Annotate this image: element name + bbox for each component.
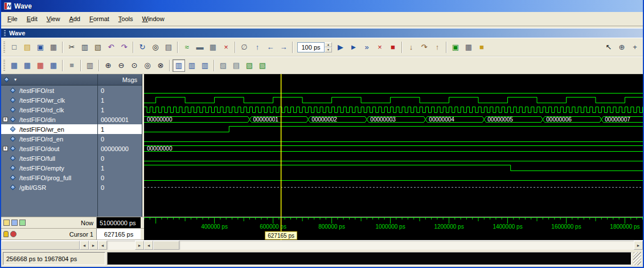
signal-name-row[interactable]: /testFIFO/full: [1, 153, 97, 163]
timeline-canvas[interactable]: 400000 ps600000 ps800000 ps1000000 ps120…: [144, 217, 643, 240]
insert-cursor-button[interactable]: ≡: [65, 59, 78, 72]
run-length-down-button[interactable]: ▼: [325, 47, 332, 52]
signal-value-row[interactable]: 00000001: [98, 115, 142, 124]
names-column-header[interactable]: ▾: [1, 74, 97, 86]
signals-icon[interactable]: [19, 220, 26, 226]
layout-button[interactable]: ▦: [47, 59, 60, 72]
wave-scrollbar-track[interactable]: [179, 241, 634, 250]
find-button[interactable]: ◎: [149, 41, 162, 54]
signal-name-row[interactable]: /testFIFO/empty: [1, 163, 97, 173]
signal-name-row[interactable]: /testFIFO/rd_en: [1, 134, 97, 144]
stop-button[interactable]: ■: [387, 41, 399, 54]
memory-button[interactable]: ▦: [462, 41, 475, 54]
menu-edit[interactable]: Edit: [22, 13, 42, 25]
signal-name-row[interactable]: /testFIFO/rst: [1, 86, 97, 95]
show-names-button[interactable]: ▥: [173, 59, 185, 72]
signal-value-row[interactable]: 1: [98, 95, 142, 105]
delete-wave-button[interactable]: ×: [220, 41, 232, 54]
expand-toggle-icon[interactable]: +: [3, 146, 8, 151]
names-scrollbar[interactable]: ◄ ►: [1, 241, 98, 250]
signal-name-row[interactable]: /testFIFO/wr_clk: [1, 95, 97, 105]
wave-ruler-button[interactable]: ▬: [194, 41, 206, 54]
cut-button[interactable]: ✂: [65, 41, 78, 54]
waveform-area[interactable]: 0000000000000001000000020000000300000004…: [144, 74, 643, 217]
pane-header[interactable]: Wave: [1, 29, 643, 38]
wave-scrollbar[interactable]: ◄ ►: [144, 241, 643, 250]
toolbar-grip-icon[interactable]: [3, 60, 5, 71]
zoom-in-button[interactable]: ⊕: [102, 59, 114, 72]
signal-name-row[interactable]: +/testFIFO/dout: [1, 144, 97, 153]
cursor-row[interactable]: Cursor 1 627165 ps: [1, 229, 144, 240]
timeline-ruler[interactable]: 400000 ps600000 ps800000 ps1000000 ps120…: [144, 217, 643, 240]
step-into-button[interactable]: ↓: [405, 41, 417, 54]
menu-view[interactable]: View: [42, 13, 65, 25]
titlebar[interactable]: Wave: [1, 0, 643, 12]
values-scrollbar-track[interactable]: [107, 241, 135, 250]
signal-value-row[interactable]: 1: [98, 105, 142, 115]
zoom-cursor-button[interactable]: ⊗: [154, 59, 167, 72]
restart-button[interactable]: ∅: [238, 41, 251, 54]
show-values-button[interactable]: ▥: [186, 59, 198, 72]
values-column-header[interactable]: Msgs: [98, 74, 142, 86]
values-scroll-left-button[interactable]: ◄: [98, 241, 107, 250]
values-scroll-right-button[interactable]: ►: [135, 241, 144, 250]
dock-button[interactable]: ▦: [8, 59, 20, 72]
expand-toggle-icon[interactable]: +: [3, 117, 8, 122]
signal-value-row[interactable]: 0: [98, 173, 142, 182]
stop-drawing-button[interactable]: ■: [475, 41, 488, 54]
resize-grip[interactable]: [633, 252, 641, 265]
signal-name-row[interactable]: +/testFIFO/din: [1, 115, 97, 124]
back-button[interactable]: ←: [264, 41, 277, 54]
signal-value-row[interactable]: 1: [98, 124, 142, 134]
next-page-button[interactable]: ▧: [256, 59, 269, 72]
save-button[interactable]: ▣: [34, 41, 47, 54]
signal-value-row[interactable]: 0: [98, 153, 142, 163]
cursor-label[interactable]: Cursor 1: [39, 229, 96, 239]
signal-value-row[interactable]: 0: [98, 86, 142, 95]
paste-button[interactable]: ▧: [92, 41, 104, 54]
notes-icon[interactable]: [3, 220, 10, 226]
menu-add[interactable]: Add: [64, 13, 85, 25]
find-in-files-button[interactable]: ▤: [162, 41, 175, 54]
pan-mode-button[interactable]: +: [629, 41, 641, 54]
undo-button[interactable]: ↶: [105, 41, 117, 54]
signal-name-row[interactable]: /testFIFO/prog_full: [1, 173, 97, 182]
run-length-up-button[interactable]: ▲: [325, 42, 332, 47]
signal-value-row[interactable]: 00000000: [98, 144, 142, 153]
expand-time-button[interactable]: ▨: [217, 59, 229, 72]
wave-scroll-left-button[interactable]: ◄: [144, 241, 153, 250]
zoom-range-button[interactable]: ◎: [141, 59, 154, 72]
break-button[interactable]: ×: [374, 41, 386, 54]
edit-grid-button[interactable]: ▥: [84, 59, 96, 72]
prev-page-button[interactable]: ▧: [243, 59, 256, 72]
signal-name-row[interactable]: /testFIFO/rd_clk: [1, 105, 97, 115]
chevron-down-icon[interactable]: ▾: [14, 77, 17, 82]
zoom-full-button[interactable]: ⊙: [128, 59, 141, 72]
values-scrollbar[interactable]: ◄ ►: [98, 241, 144, 250]
new-file-button[interactable]: □: [8, 41, 20, 54]
menu-format[interactable]: Format: [85, 13, 114, 25]
toolbar-grip-icon[interactable]: [3, 42, 5, 53]
delete-cursor-icon[interactable]: [10, 231, 17, 237]
run-button[interactable]: ▶: [334, 41, 347, 54]
signal-name-row[interactable]: /glbl/GSR: [1, 182, 97, 192]
close-pane-button[interactable]: ▦: [34, 59, 47, 72]
select-mode-button[interactable]: ↖: [602, 41, 615, 54]
step-out-button[interactable]: ↑: [431, 41, 444, 54]
add-wave-button[interactable]: ≈: [181, 41, 193, 54]
signal-value-row[interactable]: 0: [98, 182, 142, 192]
reload-button[interactable]: ↻: [136, 41, 149, 54]
zoom-mode-button[interactable]: ⊕: [616, 41, 628, 54]
waveform-canvas[interactable]: 0000000000000001000000020000000300000004…: [144, 74, 643, 217]
show-waves-button[interactable]: ▥: [199, 59, 211, 72]
print-button[interactable]: ▦: [47, 41, 60, 54]
menu-tools[interactable]: Tools: [114, 13, 138, 25]
wave-compare-button[interactable]: ▦: [207, 41, 219, 54]
display-icon[interactable]: [11, 220, 18, 226]
signal-value-row[interactable]: 0: [98, 134, 142, 144]
open-file-button[interactable]: ▤: [21, 41, 34, 54]
environment-up-button[interactable]: ↑: [251, 41, 264, 54]
signal-value-row[interactable]: 1: [98, 163, 142, 173]
profile-button[interactable]: ▣: [449, 41, 462, 54]
menu-window[interactable]: Window: [138, 13, 169, 25]
